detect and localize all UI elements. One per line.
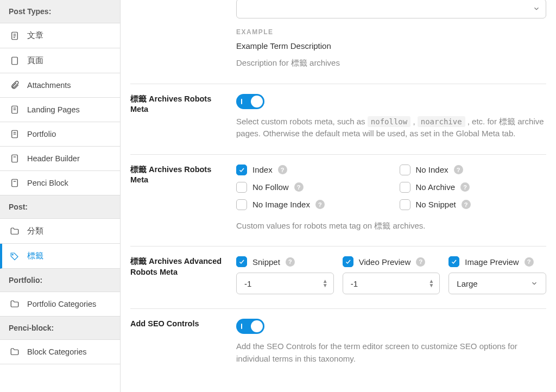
description-select[interactable] bbox=[236, 0, 546, 18]
add-seo-controls-row: Add SEO Controls Add the SEO Controls fo… bbox=[130, 309, 546, 379]
code-nofollow: nofollow bbox=[368, 116, 410, 127]
description-row: EXAMPLE Example Term Description Descrip… bbox=[130, 0, 546, 84]
help-icon[interactable]: ? bbox=[315, 200, 325, 209]
sidebar-item-categories[interactable]: 分類 bbox=[0, 219, 120, 244]
advanced-robots-meta-row: 標籤 Archives Advanced Robots Meta Snippet… bbox=[130, 246, 546, 309]
robots-meta-checkbox-row: 標籤 Archives Robots Meta Index? No Index?… bbox=[130, 155, 546, 247]
checkbox-video-preview[interactable]: Video Preview? bbox=[343, 256, 440, 267]
document-icon bbox=[10, 154, 20, 163]
sidebar-item-block-categories[interactable]: Block Categories bbox=[0, 340, 120, 364]
example-term-title: Example Term Description bbox=[236, 41, 546, 50]
sidebar-item-posts[interactable]: 文章 bbox=[0, 23, 120, 48]
help-icon[interactable]: ? bbox=[278, 165, 287, 174]
sidebar-item-label: Portfolio Categories bbox=[27, 300, 96, 308]
chevron-down-icon bbox=[530, 280, 538, 287]
sidebar-item-label: Penci Block bbox=[27, 179, 68, 187]
sidebar-item-label: Landing Pages bbox=[27, 105, 80, 114]
sidebar-item-label: Portfolio bbox=[27, 130, 56, 138]
tag-icon bbox=[10, 251, 20, 261]
sidebar-item-label: Header Builder bbox=[27, 154, 80, 163]
chevron-down-icon bbox=[533, 5, 540, 12]
checkbox-no-archive[interactable]: No Archive? bbox=[400, 182, 547, 193]
robots-meta-desc: Select custom robots meta, such as nofol… bbox=[236, 116, 546, 140]
help-icon[interactable]: ? bbox=[462, 200, 471, 209]
sidebar-item-label: Attachments bbox=[27, 81, 71, 90]
row-label: 標籤 Archives Robots Meta bbox=[130, 94, 236, 140]
settings-panel: EXAMPLE Example Term Description Descrip… bbox=[121, 0, 556, 392]
sidebar-group-portfolio: Portfolio: bbox=[0, 269, 120, 292]
seo-controls-toggle[interactable] bbox=[236, 319, 264, 334]
sidebar-item-attachments[interactable]: Attachments bbox=[0, 73, 120, 98]
sidebar-item-landing-pages[interactable]: Landing Pages bbox=[0, 98, 120, 122]
stepper-icon[interactable]: ▲▼ bbox=[323, 279, 328, 288]
help-icon[interactable]: ? bbox=[286, 257, 295, 267]
sidebar-item-label: 標籤 bbox=[27, 251, 43, 261]
sidebar-item-tags[interactable]: 標籤 bbox=[0, 244, 120, 269]
help-icon[interactable]: ? bbox=[525, 257, 534, 267]
help-icon[interactable]: ? bbox=[294, 182, 304, 192]
page-icon bbox=[10, 56, 20, 66]
help-icon[interactable]: ? bbox=[454, 165, 463, 174]
checkbox-no-snippet[interactable]: No Snippet? bbox=[400, 199, 547, 210]
sidebar-item-header-builder[interactable]: Header Builder bbox=[0, 147, 120, 171]
snippet-input[interactable]: -1 ▲▼ bbox=[236, 273, 334, 294]
checkbox-index[interactable]: Index? bbox=[236, 165, 383, 175]
example-label: EXAMPLE bbox=[236, 28, 546, 36]
checkbox-image-preview[interactable]: Image Preview? bbox=[448, 256, 546, 267]
svg-rect-4 bbox=[12, 57, 18, 65]
sidebar-item-label: 分類 bbox=[27, 226, 43, 236]
checkbox-snippet[interactable]: Snippet? bbox=[236, 256, 334, 267]
document-icon bbox=[10, 31, 20, 41]
image-preview-select[interactable]: Large bbox=[448, 273, 546, 294]
seo-controls-desc: Add the SEO Controls for the term editor… bbox=[236, 340, 546, 365]
sidebar-item-pages[interactable]: 頁面 bbox=[0, 48, 120, 73]
checkbox-no-follow[interactable]: No Follow? bbox=[236, 182, 383, 193]
svg-rect-11 bbox=[12, 155, 18, 162]
row-label: 標籤 Archives Robots Meta bbox=[130, 165, 236, 232]
sidebar-item-label: 文章 bbox=[27, 30, 43, 41]
code-noarchive: noarchive bbox=[418, 116, 465, 127]
description-text: Description for 標籤 archives bbox=[236, 57, 546, 69]
sidebar-item-label: 頁面 bbox=[27, 55, 43, 66]
sidebar-group-penci-block: Penci-block: bbox=[0, 317, 120, 340]
paperclip-icon bbox=[10, 80, 20, 90]
folder-icon bbox=[10, 299, 20, 309]
folder-icon bbox=[10, 226, 20, 236]
help-icon[interactable]: ? bbox=[416, 257, 425, 267]
sidebar-group-post: Post: bbox=[0, 195, 120, 219]
document-icon bbox=[10, 129, 20, 139]
svg-point-15 bbox=[12, 254, 13, 255]
row-label: 標籤 Archives Advanced Robots Meta bbox=[130, 256, 236, 294]
svg-rect-13 bbox=[12, 179, 18, 187]
document-icon bbox=[10, 105, 20, 115]
video-preview-input[interactable]: -1 ▲▼ bbox=[343, 273, 440, 294]
robots-meta-toggle-row: 標籤 Archives Robots Meta Select custom ro… bbox=[130, 84, 546, 155]
sidebar-item-portfolio-categories[interactable]: Portfolio Categories bbox=[0, 292, 120, 317]
checkbox-no-image-index[interactable]: No Image Index? bbox=[236, 199, 383, 210]
robots-meta-toggle[interactable] bbox=[236, 94, 264, 109]
folder-icon bbox=[10, 347, 20, 357]
sidebar: Post Types: 文章 頁面 Attachments Landing Pa… bbox=[0, 0, 121, 392]
checkbox-no-index[interactable]: No Index? bbox=[400, 165, 547, 175]
row-label: Add SEO Controls bbox=[130, 319, 236, 365]
robots-meta-hint: Custom values for robots meta tag on 標籤 … bbox=[236, 220, 546, 232]
sidebar-item-label: Block Categories bbox=[27, 347, 87, 356]
stepper-icon[interactable]: ▲▼ bbox=[428, 279, 434, 288]
sidebar-item-penci-block[interactable]: Penci Block bbox=[0, 171, 120, 195]
sidebar-item-portfolio[interactable]: Portfolio bbox=[0, 122, 120, 147]
sidebar-group-post-types: Post Types: bbox=[0, 0, 120, 23]
document-icon bbox=[10, 178, 20, 188]
help-icon[interactable]: ? bbox=[460, 182, 470, 192]
